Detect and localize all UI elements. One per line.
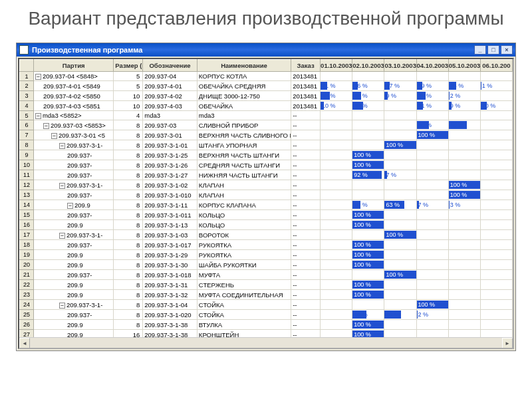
col-order[interactable]: Заказ <box>291 60 321 72</box>
row-number[interactable]: 2 <box>20 81 34 91</box>
minimize-button[interactable]: _ <box>474 45 486 55</box>
row-number[interactable]: 10 <box>20 160 34 170</box>
cell-party[interactable]: 209.937- <box>33 160 113 170</box>
col-name[interactable]: Наименование <box>197 60 291 72</box>
table-row[interactable]: 5−mda3 <5852>4mda3mda3-- <box>20 111 513 120</box>
row-number[interactable]: 19 <box>20 250 34 260</box>
tree-toggle-icon[interactable]: − <box>67 203 73 209</box>
table-row[interactable]: 26209.98209.937-3-1-38ВТУЛКА--100 % <box>20 320 513 330</box>
table-row[interactable]: 13209.937-8209.937-3-1-010КЛАПАН--100 % <box>20 190 513 200</box>
row-number[interactable]: 23 <box>20 290 34 300</box>
row-number[interactable]: 11 <box>20 170 34 180</box>
cell-party[interactable]: 209.937- <box>33 190 113 200</box>
table-row[interactable]: 2209.937-4-01 <58495209.937-4-01ОБЕЧАЙКА… <box>20 81 513 91</box>
tree-toggle-icon[interactable]: − <box>35 74 41 80</box>
col-design[interactable]: Обозначение <box>143 60 198 72</box>
cell-party[interactable]: 209.9 <box>33 290 113 300</box>
row-number[interactable]: 4 <box>20 101 34 111</box>
col-d1[interactable]: 01.10.2003 <box>321 60 352 72</box>
row-number[interactable]: 7 <box>20 130 34 140</box>
col-size[interactable]: Размер (шт.) <box>114 60 143 72</box>
cell-party[interactable]: 209.9 <box>33 260 113 270</box>
cell-party[interactable]: 209.937-4-02 <5850 <box>33 91 113 101</box>
table-row[interactable]: 19209.98209.937-3-1-29РУКОЯТКА--100 % <box>20 250 513 260</box>
maximize-button[interactable]: □ <box>487 45 499 55</box>
cell-party[interactable]: 209.937- <box>33 310 113 320</box>
titlebar[interactable]: Производственная программа _ □ × <box>17 43 515 57</box>
cell-party[interactable]: 209.937-4-03 <5851 <box>33 101 113 111</box>
col-d2[interactable]: 02.10.2003 <box>352 60 384 72</box>
row-number[interactable]: 13 <box>20 190 34 200</box>
cell-party[interactable]: −209.937-04 <5848> <box>33 72 113 81</box>
table-row[interactable]: 1−209.937-04 <5848>5209.937-04КОРПУС КОТ… <box>20 72 513 81</box>
tree-toggle-icon[interactable]: − <box>51 133 57 139</box>
scroll-right-button[interactable]: ► <box>502 338 513 348</box>
row-number[interactable]: 8 <box>20 140 34 150</box>
scroll-track[interactable] <box>30 338 502 348</box>
table-row[interactable]: 17−209.937-3-1-8209.937-3-1-03ВОРОТОК--1… <box>20 230 513 240</box>
tree-toggle-icon[interactable]: − <box>59 183 65 189</box>
table-row[interactable]: 11209.937-8209.937-3-1-27НИЖНЯЯ ЧАСТЬ ШТ… <box>20 170 513 180</box>
tree-toggle-icon[interactable]: − <box>59 143 65 149</box>
cell-party[interactable]: 209.9 <box>33 320 113 330</box>
data-grid[interactable]: Партия Размер (шт.) Обозначение Наименов… <box>18 58 514 349</box>
table-row[interactable]: 24−209.937-3-1-8209.937-3-1-04СТОЙКА--10… <box>20 300 513 310</box>
table-row[interactable]: 8−209.937-3-1-8209.937-3-1-01ШТАНГА УПОР… <box>20 140 513 150</box>
close-button[interactable]: × <box>501 45 513 55</box>
row-number[interactable]: 16 <box>20 220 34 230</box>
cell-party[interactable]: −209.937-3-1- <box>33 300 113 310</box>
row-number[interactable]: 12 <box>20 180 34 190</box>
cell-party[interactable]: −209.937-03 <5853> <box>33 120 113 130</box>
col-d5[interactable]: 05.10.2003 <box>448 60 480 72</box>
table-row[interactable]: 7−209.937-3-01 <58209.937-3-01ВЕРХНЯЯ ЧА… <box>20 130 513 140</box>
table-row[interactable]: 21209.937-8209.937-3-1-018МУФТА--100 % <box>20 270 513 280</box>
table-row[interactable]: 10209.937-8209.937-3-1-26СРЕДНЯЯ ЧАСТЬ Ш… <box>20 160 513 170</box>
cell-party[interactable]: 209.9 <box>33 250 113 260</box>
cell-party[interactable]: 209.937- <box>33 240 113 250</box>
scroll-left-button[interactable]: ◄ <box>19 338 30 348</box>
cell-party[interactable]: 209.9 <box>33 280 113 290</box>
table-row[interactable]: 16209.98209.937-3-1-13КОЛЬЦО--100 % <box>20 220 513 230</box>
cell-party[interactable]: 209.9 <box>33 220 113 230</box>
table-row[interactable]: 4209.937-4-03 <585110209.937-4-03ОБЕЧАЙК… <box>20 101 513 111</box>
col-d4[interactable]: 04.10.2003 <box>416 60 448 72</box>
row-number[interactable]: 25 <box>20 310 34 320</box>
row-number[interactable]: 18 <box>20 240 34 250</box>
table-row[interactable]: 12−209.937-3-1-8209.937-3-1-02КЛАПАН--10… <box>20 180 513 190</box>
row-number[interactable]: 21 <box>20 270 34 280</box>
table-row[interactable]: 18209.937-8209.937-3-1-017РУКОЯТКА--100 … <box>20 240 513 250</box>
cell-party[interactable]: 209.937- <box>33 150 113 160</box>
cell-party[interactable]: −mda3 <5852> <box>33 111 113 120</box>
row-number[interactable]: 3 <box>20 91 34 101</box>
table-row[interactable]: 14−209.98209.937-3-1-11КОРПУС КЛАПАНА--2… <box>20 200 513 210</box>
cell-party[interactable]: −209.937-3-01 <5 <box>33 130 113 140</box>
row-number[interactable]: 26 <box>20 320 34 330</box>
table-row[interactable]: 22209.98209.937-3-1-31СТЕРЖЕНЬ--100 % <box>20 280 513 290</box>
cell-party[interactable]: 209.937- <box>33 210 113 220</box>
row-number[interactable]: 14 <box>20 200 34 210</box>
tree-toggle-icon[interactable]: − <box>59 303 65 309</box>
table-row[interactable]: 15209.937-8209.937-3-1-011КОЛЬЦО--100 % <box>20 210 513 220</box>
table-row[interactable]: 3209.937-4-02 <585010209.937-4-02ДНИЩЕ 3… <box>20 91 513 101</box>
row-number[interactable]: 6 <box>20 120 34 130</box>
cell-party[interactable]: 209.937- <box>33 270 113 280</box>
row-number[interactable]: 17 <box>20 230 34 240</box>
horizontal-scrollbar[interactable]: ◄ ► <box>19 337 513 348</box>
row-number[interactable]: 9 <box>20 150 34 160</box>
row-number[interactable]: 20 <box>20 260 34 270</box>
cell-party[interactable]: −209.937-3-1- <box>33 180 113 190</box>
row-number[interactable]: 15 <box>20 210 34 220</box>
cell-party[interactable]: 209.937- <box>33 170 113 180</box>
cell-party[interactable]: 209.937-4-01 <5849 <box>33 81 113 91</box>
table-row[interactable]: 9209.937-8209.937-3-1-25ВЕРХНЯЯ ЧАСТЬ ШТ… <box>20 150 513 160</box>
table-row[interactable]: 20209.98209.937-3-1-30ШАЙБА РУКОЯТКИ--10… <box>20 260 513 270</box>
tree-toggle-icon[interactable]: − <box>35 113 41 119</box>
row-number[interactable]: 24 <box>20 300 34 310</box>
cell-party[interactable]: −209.937-3-1- <box>33 140 113 150</box>
table-row[interactable]: 23209.98209.937-3-1-32МУФТА СОЕДИНИТЕЛЬН… <box>20 290 513 300</box>
row-number[interactable]: 22 <box>20 280 34 290</box>
table-row[interactable]: 25209.937-8209.937-3-1-020СТОЙКА--44 %53… <box>20 310 513 320</box>
tree-toggle-icon[interactable]: − <box>43 123 49 129</box>
col-party[interactable]: Партия <box>33 60 113 72</box>
row-number[interactable]: 5 <box>20 111 34 120</box>
